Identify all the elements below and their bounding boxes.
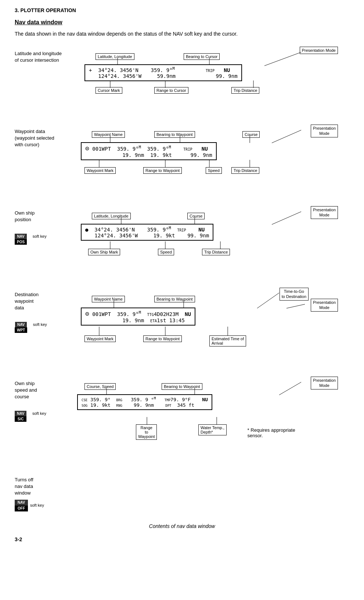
section6-label: Turns offnav datawindow NAV OFF soft key <box>15 473 73 511</box>
cursor-mark-annot: Cursor Mark <box>95 87 122 94</box>
bearing-cursor-annot: Bearing to Cursor <box>184 53 220 60</box>
pres-mode-label-4: PresentationMode <box>311 299 338 312</box>
display-box-1: + 34°24. 3456'N 359. 9°M TRIP NU 124°24.… <box>84 64 242 81</box>
svg-line-2 <box>264 52 301 66</box>
section-title: Nav data window <box>15 19 349 26</box>
page-number: 3-2 <box>15 536 349 542</box>
pres-mode-label-1: Presentation Mode <box>300 47 338 54</box>
speed-annot-2: Speed <box>206 167 222 174</box>
course-speed-annot: Course, Speed <box>84 383 116 390</box>
page-header: 3. PLOTTER OPERATION <box>15 7 349 13</box>
display-box-4: ⊙ 001WPT 359. 9°M TTG4D02H23M NU 19. 9nm… <box>81 308 195 326</box>
pres-mode-label-2: PresentationMode <box>311 125 338 137</box>
section-waypoint: Waypoint data(waypoint selectedwith curs… <box>15 125 349 194</box>
wp-mark-annot: Waypoint Mark <box>84 167 116 174</box>
wp-mark-annot-4: Waypoint Mark <box>84 335 116 342</box>
wp-name-annot: Waypoint Name <box>92 131 125 138</box>
svg-line-22 <box>257 293 279 308</box>
intro-text: The data shown in the nav data window de… <box>15 30 349 38</box>
section-ownship-pos: Own shipposition NAV POS soft key Presen… <box>15 206 349 276</box>
display-box-3: ● 34°24. 3456'N 359. 9°M TRIP NU 124°24.… <box>81 224 213 241</box>
section2-label: Waypoint data(waypoint selectedwith curs… <box>15 125 73 148</box>
range-wp-annot-4: Range to Waypoint <box>143 335 182 342</box>
section4-label: Destinationwaypointdata NAV WPT soft key <box>15 288 73 333</box>
trip-dist-annot-3: Trip Distance <box>202 249 230 255</box>
speed-annot-3: Speed <box>158 249 174 255</box>
ttg-annot: Time-to-Goto Destination <box>280 288 309 301</box>
svg-line-16 <box>272 212 301 224</box>
svg-line-9 <box>272 130 301 143</box>
course-annot-2: Course <box>242 131 260 138</box>
own-ship-mark-annot: Own Ship Mark <box>88 249 120 255</box>
section-cursor: Latitude and longitudeof cursor intersec… <box>15 47 349 113</box>
section-speed-course: Own shipspeed andcourse NAV S/C soft key… <box>15 377 349 461</box>
trip-dist-annot-1: Trip Distance <box>231 87 259 94</box>
bearing-wp-annot-5: Bearing to Waypoint <box>162 383 202 390</box>
bearing-wp-annot-2: Bearing to Waypoint <box>154 131 195 138</box>
sensor-note: * Requires appropriate sensor. <box>246 427 295 438</box>
section-dest-waypoint: Destinationwaypointdata NAV WPT soft key… <box>15 288 349 365</box>
lat-lon-annot-3: Latitude, Longitude <box>92 213 131 219</box>
pres-mode-label-3: PresentationMode <box>311 206 338 219</box>
eta-annot: Estimated Time ofArrival <box>209 335 246 346</box>
display-box-5: CSE 359. 9° BRG 359. 9 °M TMP79. 9°F NU … <box>77 394 212 410</box>
section-nav-off: Turns offnav datawindow NAV OFF soft key <box>15 473 349 511</box>
section1-label: Latitude and longitudeof cursor intersec… <box>15 47 73 64</box>
svg-line-29 <box>279 382 301 395</box>
wp-name-annot-4: Waypoint Name <box>92 296 125 302</box>
lat-lon-annot-1: Latitude, Longitude <box>95 53 134 60</box>
range-waypoint-annot: RangetoWaypoint <box>136 424 157 440</box>
display-box-2: ⊙ 001WPT 359. 9°M 359. 9°M TRIP NU 19. 9… <box>81 142 217 160</box>
figure-caption: Contents of nav data window <box>15 523 349 529</box>
course-annot-3: Course <box>187 213 205 219</box>
bearing-wp-annot-4: Bearing to Waypoint <box>154 296 195 302</box>
svg-line-23 <box>286 304 305 308</box>
range-cursor-annot: Range to Cursor <box>154 87 188 94</box>
pres-mode-label-5: PresentationMode <box>311 377 338 389</box>
section3-label: Own shipposition NAV POS soft key <box>15 206 73 245</box>
water-temp-annot: Water Temp.,Depth* <box>198 424 227 435</box>
trip-dist-annot-2: Trip Distance <box>231 167 259 174</box>
section5-label: Own shipspeed andcourse NAV S/C soft key <box>15 377 73 422</box>
range-wp-annot: Range to Waypoint <box>143 167 182 174</box>
